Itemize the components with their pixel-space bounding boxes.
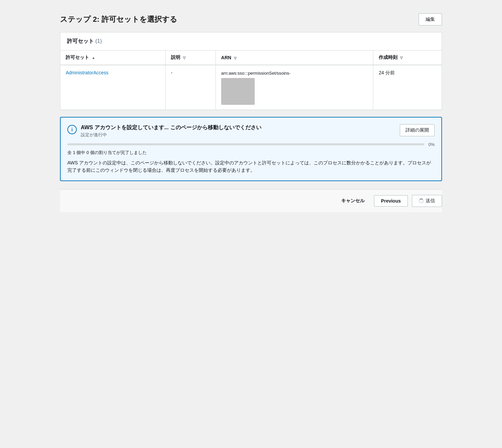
arn-redacted-box <box>221 78 255 105</box>
arn-cell: arn:aws:sso:::permissionSet/ssoins- <box>216 65 373 109</box>
info-box-text-block: AWS アカウントを設定しています... このページから移動しないでください 設… <box>81 124 261 138</box>
progress-label: 全 1 個中 0 個の割り当てが完了しました <box>67 150 435 156</box>
col-header-created-at[interactable]: 作成時刻 ▽ <box>373 51 442 65</box>
cancel-button[interactable]: キャンセル <box>336 195 370 207</box>
arn-text: arn:aws:sso:::permissionSet/ssoins- <box>221 70 368 77</box>
sort-desc-icon-2: ▽ <box>234 56 237 60</box>
page-container: ステップ 2: 許可セットを選択する 編集 許可セット (1) 許可セット ▲ … <box>60 13 442 212</box>
previous-button[interactable]: Previous <box>374 195 408 207</box>
page-footer: キャンセル Previous 送信 <box>60 189 442 212</box>
permission-set-table: 許可セット ▲ 説明 ▽ ARN ▽ 作成時刻 <box>60 51 442 110</box>
expand-details-button[interactable]: 詳細の展開 <box>400 124 435 136</box>
submit-label: 送信 <box>426 198 435 204</box>
table-row: AdministratorAccess - arn:aws:sso:::perm… <box>60 65 442 109</box>
info-icon: i <box>67 125 77 134</box>
permission-set-link[interactable]: AdministratorAccess <box>66 70 109 75</box>
table-card-title: 許可セット <box>67 38 94 44</box>
table-card-count: (1) <box>95 38 102 44</box>
info-box: i AWS アカウントを設定しています... このページから移動しないでください… <box>60 117 442 181</box>
permission-set-cell: AdministratorAccess <box>60 65 165 109</box>
progress-area: 0% 全 1 個中 0 個の割り当てが完了しました AWS アカウントの設定中は… <box>67 142 435 174</box>
sort-desc-icon-1: ▽ <box>183 56 186 60</box>
progress-percent: 0% <box>428 142 435 147</box>
info-box-title: AWS アカウントを設定しています... このページから移動しないでください <box>81 124 261 131</box>
submit-spinner <box>419 199 424 203</box>
sort-desc-icon-3: ▽ <box>400 56 403 60</box>
edit-button[interactable]: 編集 <box>419 13 442 25</box>
col-header-arn[interactable]: ARN ▽ <box>216 51 373 65</box>
table-header-row: 許可セット ▲ 説明 ▽ ARN ▽ 作成時刻 <box>60 51 442 65</box>
progress-bar-row: 0% <box>67 142 435 147</box>
info-box-top: i AWS アカウントを設定しています... このページから移動しないでください… <box>67 124 435 138</box>
page-title: ステップ 2: 許可セットを選択する <box>60 14 177 24</box>
info-box-left: i AWS アカウントを設定しています... このページから移動しないでください… <box>67 124 394 138</box>
info-box-subtitle: 設定が進行中 <box>81 132 261 138</box>
created-at-cell: 24 分前 <box>373 65 442 109</box>
col-header-permission-set[interactable]: 許可セット ▲ <box>60 51 165 65</box>
sort-asc-icon: ▲ <box>92 56 95 60</box>
page-header: ステップ 2: 許可セットを選択する 編集 <box>60 13 442 25</box>
info-body-text: AWS アカウントの設定中は、このページから移動しないでください。設定中のアカウ… <box>67 159 435 174</box>
col-header-description[interactable]: 説明 ▽ <box>166 51 215 65</box>
progress-track <box>67 143 424 145</box>
submit-button[interactable]: 送信 <box>412 195 442 207</box>
permission-set-table-card: 許可セット (1) 許可セット ▲ 説明 ▽ ARN <box>60 32 442 110</box>
table-card-header: 許可セット (1) <box>60 32 442 51</box>
description-cell: - <box>166 65 215 109</box>
